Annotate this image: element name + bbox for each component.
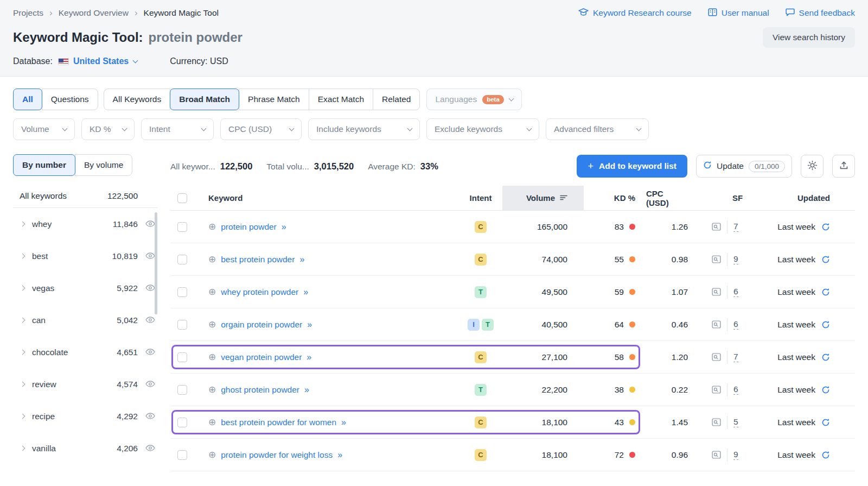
refresh-icon[interactable] — [821, 320, 830, 329]
refresh-icon[interactable] — [821, 418, 830, 427]
select-all-checkbox[interactable] — [177, 193, 187, 203]
keyword-link[interactable]: best protein powder for women — [221, 418, 336, 427]
settings-button[interactable] — [801, 155, 824, 178]
refresh-icon[interactable] — [821, 386, 830, 394]
sf-link[interactable]: 6 — [733, 384, 738, 395]
sf-link[interactable]: 6 — [733, 319, 738, 330]
tab-exact-match[interactable]: Exact Match — [309, 89, 373, 110]
eye-icon[interactable] — [145, 412, 155, 421]
serp-icon[interactable] — [712, 451, 721, 459]
add-to-keyword-list-button[interactable]: + Add to keyword list — [577, 155, 687, 178]
sidebar-scrollbar[interactable] — [155, 212, 157, 314]
row-checkbox[interactable] — [177, 287, 187, 297]
add-keyword-icon[interactable]: ⊕ — [208, 416, 216, 428]
group-row-can[interactable]: can5,042 — [13, 304, 157, 336]
advanced-filters-dropdown[interactable]: Advanced filters — [546, 118, 649, 140]
tab-related[interactable]: Related — [373, 89, 420, 110]
eye-icon[interactable] — [145, 444, 155, 453]
chevron-right-icon[interactable] — [20, 286, 25, 291]
chevron-right-icon[interactable] — [20, 382, 25, 387]
row-checkbox[interactable] — [177, 255, 187, 264]
intent-column-header[interactable]: Intent — [459, 186, 502, 210]
database-selector[interactable]: United States — [73, 56, 137, 66]
include-keywords-dropdown[interactable]: Include keywords — [308, 118, 420, 140]
expand-keyword-icon[interactable]: » — [341, 418, 346, 427]
refresh-icon[interactable] — [821, 353, 830, 362]
sf-column-header[interactable]: SF — [709, 186, 763, 210]
tab-broad-match[interactable]: Broad Match — [170, 89, 239, 110]
keyword-link[interactable]: whey protein powder — [221, 287, 298, 297]
sf-link[interactable]: 5 — [733, 417, 738, 427]
tab-questions[interactable]: Questions — [42, 89, 98, 110]
volume-column-header[interactable]: Volume — [502, 186, 584, 210]
row-checkbox[interactable] — [177, 320, 187, 330]
group-row-recipe[interactable]: recipe4,292 — [13, 400, 157, 432]
updated-column-header[interactable]: Updated — [763, 186, 855, 210]
group-row-best[interactable]: best10,819 — [13, 240, 157, 272]
add-keyword-icon[interactable]: ⊕ — [208, 286, 216, 298]
table-row[interactable]: ⊕whey protein powder» T 49,500 59 1.07 6… — [170, 276, 855, 308]
eye-icon[interactable] — [145, 348, 155, 357]
cpc-column-header[interactable]: CPC (USD) — [646, 186, 709, 210]
keyword-link[interactable]: best protein powder — [221, 255, 295, 264]
group-row-review[interactable]: review4,574 — [13, 368, 157, 400]
keyword-link[interactable]: protein powder for weight loss — [221, 450, 333, 460]
row-checkbox[interactable] — [177, 418, 187, 427]
volume-filter-dropdown[interactable]: Volume — [13, 118, 75, 140]
expand-keyword-icon[interactable]: » — [307, 320, 312, 330]
sort-descending-icon[interactable] — [560, 193, 567, 203]
refresh-icon[interactable] — [821, 288, 830, 296]
add-keyword-icon[interactable]: ⊕ — [208, 449, 216, 460]
keyword-link[interactable]: protein powder — [221, 222, 277, 232]
keyword-link[interactable]: orgain protein powder — [221, 320, 302, 330]
tab-phrase-match[interactable]: Phrase Match — [239, 89, 309, 110]
intent-filter-dropdown[interactable]: Intent — [141, 118, 214, 140]
by-volume-toggle[interactable]: By volume — [75, 154, 132, 176]
group-row-vegas[interactable]: vegas5,922 — [13, 272, 157, 304]
refresh-icon[interactable] — [821, 255, 830, 264]
kd-filter-dropdown[interactable]: KD % — [81, 118, 135, 140]
kd-column-header[interactable]: KD % — [584, 186, 646, 210]
table-row[interactable]: ⊕best protein powder» C 74,000 55 0.98 9… — [170, 243, 855, 276]
add-keyword-icon[interactable]: ⊕ — [208, 384, 216, 395]
table-row[interactable]: ⊕protein powder» C 165,000 83 1.26 7 Las… — [170, 211, 855, 243]
table-row[interactable]: ⊕vegan protein powder» C 27,100 58 1.20 … — [170, 341, 855, 374]
chevron-right-icon[interactable] — [20, 254, 25, 259]
refresh-icon[interactable] — [821, 451, 830, 459]
serp-icon[interactable] — [712, 386, 721, 394]
group-row-vanilla[interactable]: vanilla4,206 — [13, 432, 157, 464]
chevron-right-icon[interactable] — [20, 414, 25, 419]
sf-link[interactable]: 6 — [733, 287, 738, 297]
group-row-whey[interactable]: whey11,846 — [13, 208, 157, 240]
view-search-history-button[interactable]: View search history — [763, 27, 855, 48]
languages-dropdown[interactable]: Languages beta — [426, 89, 521, 110]
refresh-icon[interactable] — [821, 223, 830, 231]
breadcrumb-keyword-overview[interactable]: Keyword Overview — [59, 8, 129, 18]
update-button[interactable]: Update 0/1,000 — [696, 155, 792, 178]
expand-keyword-icon[interactable]: » — [337, 450, 342, 460]
eye-icon[interactable] — [145, 219, 155, 229]
table-row[interactable]: ⊕protein powder for weight loss» C 18,10… — [170, 439, 855, 471]
sf-link[interactable]: 7 — [733, 352, 738, 362]
by-number-toggle[interactable]: By number — [13, 154, 75, 176]
breadcrumb-projects[interactable]: Projects — [13, 8, 43, 18]
serp-icon[interactable] — [712, 353, 721, 361]
add-keyword-icon[interactable]: ⊕ — [208, 254, 216, 265]
table-row[interactable]: ⊕best protein powder for women» C 18,100… — [170, 406, 855, 439]
serp-icon[interactable] — [712, 320, 721, 329]
chevron-right-icon[interactable] — [20, 350, 25, 355]
row-checkbox[interactable] — [177, 222, 187, 232]
all-keywords-row[interactable]: All keywords 122,500 — [13, 184, 157, 208]
keyword-link[interactable]: vegan protein powder — [221, 352, 302, 362]
expand-keyword-icon[interactable]: » — [282, 222, 286, 232]
add-keyword-icon[interactable]: ⊕ — [208, 351, 216, 363]
sf-link[interactable]: 9 — [733, 254, 738, 264]
group-row-chocolate[interactable]: chocolate4,651 — [13, 336, 157, 368]
row-checkbox[interactable] — [177, 450, 187, 460]
chevron-right-icon[interactable] — [20, 446, 25, 451]
table-row[interactable]: ⊕orgain protein powder» IT 40,500 64 0.4… — [170, 308, 855, 341]
eye-icon[interactable] — [145, 283, 155, 293]
user-manual-link[interactable]: User manual — [708, 8, 769, 18]
add-keyword-icon[interactable]: ⊕ — [208, 221, 216, 232]
row-checkbox[interactable] — [177, 385, 187, 395]
